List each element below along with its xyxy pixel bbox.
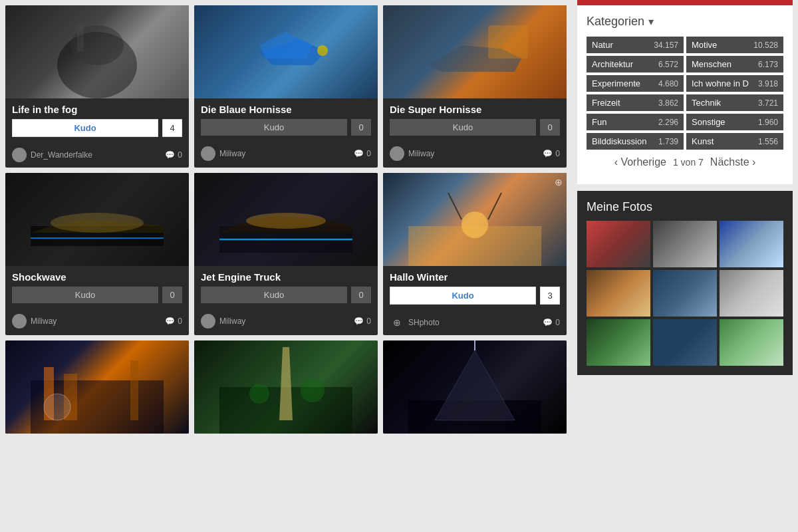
category-count: 4.680 [658,79,678,88]
foto-thumbnail[interactable] [720,270,783,317]
photo-title: Shockwave [12,271,182,283]
next-button[interactable]: Nächste › [710,156,755,168]
author-avatar [201,314,215,329]
comment-number: 0 [366,317,371,326]
comment-number: 0 [178,317,182,326]
category-item[interactable]: Freizeit3.862 [587,94,684,111]
kudo-count: 0 [351,119,371,136]
photo-image [194,340,378,434]
kudo-button[interactable]: Kudo [12,119,158,137]
kudo-button[interactable]: Kudo [201,119,347,136]
photo-card: Jet Engine TruckKudo0Miliway💬0 [194,173,378,335]
kudo-button[interactable]: Kudo [390,287,536,305]
category-item[interactable]: Fun2.296 [587,114,684,130]
category-item[interactable]: Architektur6.572 [587,56,684,72]
kudo-button[interactable]: Kudo [390,119,536,136]
kudo-button[interactable]: Kudo [201,287,347,303]
category-item[interactable]: Natur34.157 [587,37,684,53]
photo-grid: Life in the fogKudo4Der_Wanderfalke💬0 Di… [5,0,567,439]
category-item[interactable]: Kunst1.556 [686,133,783,150]
photo-info: Life in the fogKudo4 [5,98,189,145]
author-name: Miliway [219,149,245,158]
category-count: 6.572 [658,60,678,69]
comment-count: 💬0 [543,149,560,158]
svg-marker-4 [259,32,313,59]
photo-card: Life in the fogKudo4Der_Wanderfalke💬0 [5,5,189,168]
categories-grid: Natur34.157Motive10.528Architektur6.572M… [587,37,783,150]
photo-author: Miliway [201,314,245,329]
kudo-count: 0 [351,287,371,303]
photo-title: Die Super Hornisse [390,104,560,115]
category-name: Kunst [692,136,714,146]
author-avatar: ⊕ [390,315,404,330]
svg-line-18 [448,193,462,219]
foto-thumbnail[interactable] [653,319,717,366]
fotos-grid [587,221,783,366]
photo-card [383,340,567,434]
author-name: Miliway [31,317,57,326]
foto-thumbnail[interactable] [720,221,783,267]
photo-title: Life in the fog [12,104,182,115]
foto-thumbnail[interactable] [653,270,717,317]
photo-title: Die Blaue Hornisse [201,104,371,115]
foto-thumbnail[interactable] [587,221,650,267]
svg-rect-2 [77,25,84,52]
category-item[interactable]: Ich wohne in D3.918 [686,75,783,92]
svg-rect-23 [130,360,138,420]
category-name: Natur [592,40,613,50]
photo-author: Miliway [12,314,57,329]
category-name: Ich wohne in D [692,78,749,88]
photo-author: Der_Wanderfalke [12,148,92,162]
category-count: 34.157 [654,41,678,50]
kudo-count: 3 [540,287,560,305]
crosshair-icon: ⊕ [555,177,563,188]
red-bar [577,0,793,5]
category-item[interactable]: Menschen6.173 [686,56,783,72]
category-item[interactable]: Motive10.528 [686,37,783,53]
photo-image: ⊕ [383,173,567,266]
photo-footer: Miliway💬0 [5,311,189,334]
comment-number: 0 [366,149,371,158]
category-item[interactable]: Experimente4.680 [587,75,684,92]
photo-card: Die Blaue HornisseKudo0Miliway💬0 [194,5,378,168]
photo-info: Hallo WinterKudo3 [383,266,567,313]
kudo-row: Kudo0 [201,119,371,136]
category-item[interactable]: Sonstige1.960 [686,114,783,130]
category-item[interactable]: Bilddiskussion1.739 [587,133,684,150]
category-count: 3.862 [658,98,678,108]
meine-fotos-title: Meine Fotos [587,200,783,214]
category-count: 3.918 [758,79,778,88]
svg-marker-30 [435,350,515,420]
author-name: Miliway [408,149,434,158]
svg-point-5 [317,45,328,56]
photo-image [5,5,189,98]
photo-info: Die Super HornisseKudo0 [383,98,567,144]
author-avatar [201,146,215,161]
comment-count: 💬0 [165,317,182,326]
author-avatar [12,314,27,329]
foto-thumbnail[interactable] [720,319,783,366]
comment-icon: 💬 [165,150,175,160]
photo-image [194,5,378,98]
foto-thumbnail[interactable] [587,319,650,366]
prev-button[interactable]: ‹ Vorherige [614,156,666,168]
category-count: 1.556 [758,137,778,146]
comment-icon: 💬 [354,149,364,158]
comment-icon: 💬 [543,318,553,327]
photo-card [194,340,378,434]
foto-thumbnail[interactable] [587,270,650,317]
svg-point-27 [249,384,269,404]
photo-image [383,5,567,98]
foto-thumbnail[interactable] [653,221,717,267]
category-name: Technik [692,98,721,108]
main-content: Life in the fogKudo4Der_Wanderfalke💬0 Di… [0,0,572,439]
photo-footer: Miliway💬0 [194,311,378,334]
kudo-button[interactable]: Kudo [12,287,158,303]
category-item[interactable]: Technik3.721 [686,94,783,111]
kudo-row: Kudo3 [390,287,560,305]
photo-info: Die Blaue HornisseKudo0 [194,98,378,144]
kudo-row: Kudo4 [12,119,182,137]
photo-image [5,340,189,434]
category-count: 1.739 [658,137,678,146]
category-count: 6.173 [758,60,778,69]
